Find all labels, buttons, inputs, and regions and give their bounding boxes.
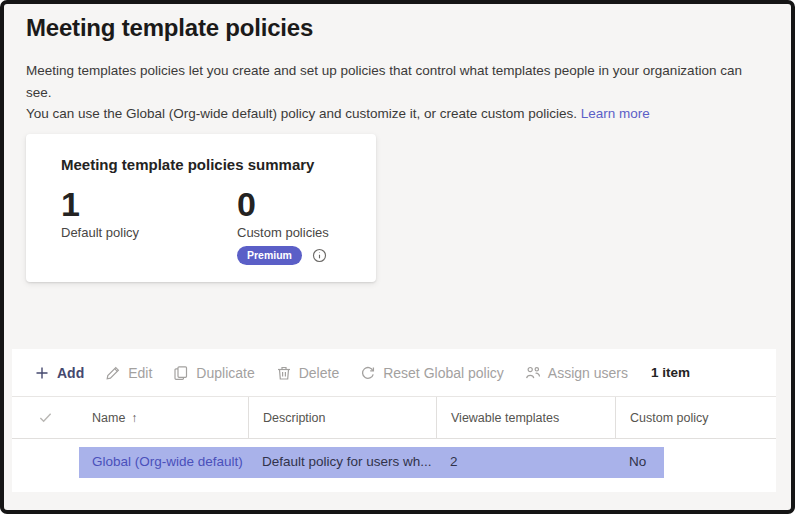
duplicate-button-label: Duplicate	[196, 365, 254, 381]
page-title: Meeting template policies	[26, 14, 313, 42]
table-header: Name ↑ Description Viewable templates Cu…	[12, 396, 776, 439]
toolbar: Add Edit Duplicate	[12, 349, 776, 396]
custom-policies-stat: 0 Custom policies Premium	[237, 186, 337, 265]
row-viewable-templates-cell: 2	[436, 454, 615, 469]
row-custom-policy-cell: No	[615, 454, 776, 469]
edit-button[interactable]: Edit	[105, 365, 152, 381]
plus-icon	[34, 365, 50, 381]
learn-more-link[interactable]: Learn more	[581, 106, 650, 121]
reset-global-policy-label: Reset Global policy	[383, 365, 504, 381]
default-policy-stat: 1 Default policy	[61, 186, 161, 265]
premium-badge: Premium	[237, 246, 302, 265]
select-all-checkmark[interactable]	[12, 397, 78, 438]
column-header-description[interactable]: Description	[248, 397, 436, 438]
column-header-viewable-templates[interactable]: Viewable templates	[436, 397, 615, 438]
default-policy-label: Default policy	[61, 225, 161, 240]
delete-button-label: Delete	[299, 365, 339, 381]
page-description: Meeting templates policies let you creat…	[26, 60, 766, 125]
custom-policies-value: 0	[237, 186, 337, 223]
row-description-cell: Default policy for users wh...	[248, 454, 436, 469]
description-line-1: Meeting templates policies let you creat…	[26, 63, 742, 100]
page-frame: Meeting template policies Meeting templa…	[0, 0, 795, 514]
people-icon	[525, 365, 541, 381]
custom-policies-label: Custom policies	[237, 225, 337, 240]
sort-ascending-icon: ↑	[131, 411, 137, 425]
check-icon	[38, 410, 53, 425]
column-header-name[interactable]: Name ↑	[78, 397, 248, 438]
edit-button-label: Edit	[128, 365, 152, 381]
pencil-icon	[105, 365, 121, 381]
reset-global-policy-button[interactable]: Reset Global policy	[360, 365, 504, 381]
add-button[interactable]: Add	[34, 365, 84, 381]
table-row[interactable]: Global (Org-wide default) Default policy…	[12, 439, 776, 484]
row-name-cell[interactable]: Global (Org-wide default)	[78, 454, 248, 469]
info-icon[interactable]	[312, 248, 327, 263]
item-count: 1 item	[651, 365, 690, 380]
summary-card: Meeting template policies summary 1 Defa…	[26, 134, 376, 282]
reset-icon	[360, 365, 376, 381]
delete-button[interactable]: Delete	[276, 365, 339, 381]
add-button-label: Add	[57, 365, 84, 381]
summary-stats: 1 Default policy 0 Custom policies Premi…	[61, 186, 337, 265]
assign-users-label: Assign users	[548, 365, 628, 381]
description-line-2: You can use the Global (Org-wide default…	[26, 106, 577, 121]
column-header-custom-policy[interactable]: Custom policy	[615, 397, 776, 438]
default-policy-value: 1	[61, 186, 161, 223]
policies-panel: Add Edit Duplicate	[12, 349, 776, 492]
duplicate-button[interactable]: Duplicate	[173, 365, 254, 381]
trash-icon	[276, 365, 292, 381]
assign-users-button[interactable]: Assign users	[525, 365, 628, 381]
duplicate-icon	[173, 365, 189, 381]
summary-card-title: Meeting template policies summary	[61, 156, 314, 173]
